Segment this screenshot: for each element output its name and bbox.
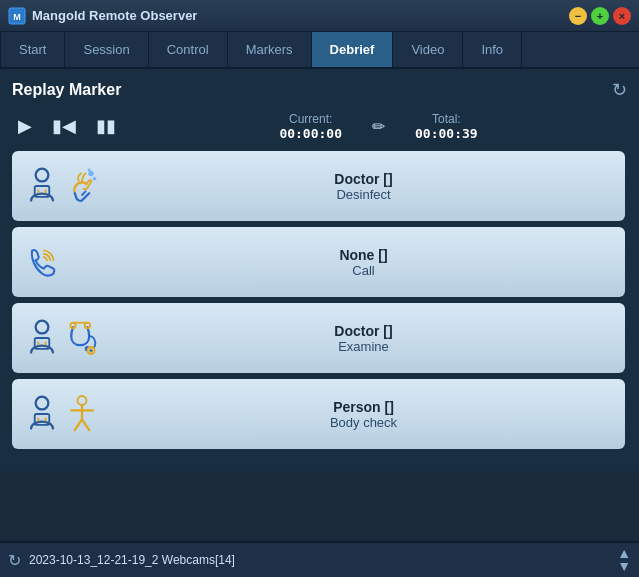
marker-label: Person [] bbox=[114, 399, 613, 415]
marker-label: None [] bbox=[114, 247, 613, 263]
svg-point-8 bbox=[88, 168, 91, 171]
marker-list[interactable]: Doctor []Desinfect None []Call Doctor []… bbox=[12, 151, 627, 461]
current-label: Current: bbox=[289, 112, 332, 126]
play-button[interactable]: ▶ bbox=[12, 111, 38, 141]
marker-item[interactable]: Person []Body check bbox=[12, 379, 625, 449]
time-display: Current: 00:00:00 ✏ Total: 00:00:39 bbox=[130, 112, 627, 141]
tab-start[interactable]: Start bbox=[0, 32, 65, 67]
svg-point-9 bbox=[36, 321, 49, 334]
pause-button[interactable]: ▮▮ bbox=[90, 111, 122, 141]
current-time-group: Current: 00:00:00 bbox=[279, 112, 342, 141]
current-time: 00:00:00 bbox=[279, 126, 342, 141]
skip-back-button[interactable]: ▮◀ bbox=[46, 111, 82, 141]
marker-icons bbox=[24, 166, 104, 206]
marker-sublabel: Desinfect bbox=[114, 187, 613, 202]
tab-control[interactable]: Control bbox=[149, 32, 228, 67]
svg-point-2 bbox=[36, 169, 49, 182]
svg-point-24 bbox=[78, 396, 87, 405]
edit-button[interactable]: ✏ bbox=[372, 117, 385, 136]
marker-list-container: Doctor []Desinfect None []Call Doctor []… bbox=[12, 151, 627, 461]
marker-text: Person []Body check bbox=[114, 399, 613, 430]
marker-text: None []Call bbox=[114, 247, 613, 278]
status-refresh-icon[interactable]: ↻ bbox=[8, 551, 21, 570]
tab-bar: StartSessionControlMarkersDebriefVideoIn… bbox=[0, 32, 639, 69]
refresh-button[interactable]: ↻ bbox=[612, 79, 627, 101]
marker-text: Doctor []Desinfect bbox=[114, 171, 613, 202]
section-title: Replay Marker bbox=[12, 81, 121, 99]
main-content: Replay Marker ↻ ▶ ▮◀ ▮▮ Current: 00:00:0… bbox=[0, 69, 639, 471]
svg-line-28 bbox=[82, 419, 89, 430]
tab-session[interactable]: Session bbox=[65, 32, 148, 67]
marker-sublabel: Examine bbox=[114, 339, 613, 354]
marker-icons bbox=[24, 318, 104, 358]
marker-label: Doctor [] bbox=[114, 171, 613, 187]
section-header: Replay Marker ↻ bbox=[12, 79, 627, 101]
close-button[interactable]: × bbox=[613, 7, 631, 25]
status-filename: 2023-10-13_12-21-19_2 Webcams[14] bbox=[29, 553, 609, 567]
status-bar: ↻ 2023-10-13_12-21-19_2 Webcams[14] ▲ ▼ bbox=[0, 541, 639, 577]
marker-item[interactable]: Doctor []Desinfect bbox=[12, 151, 625, 221]
tab-debrief[interactable]: Debrief bbox=[312, 32, 394, 67]
marker-sublabel: Body check bbox=[114, 415, 613, 430]
app-title: Mangold Remote Observer bbox=[32, 8, 569, 23]
svg-point-6 bbox=[88, 171, 93, 176]
svg-point-20 bbox=[36, 397, 49, 410]
tab-info[interactable]: Info bbox=[463, 32, 522, 67]
title-bar: M Mangold Remote Observer − + × bbox=[0, 0, 639, 32]
marker-label: Doctor [] bbox=[114, 323, 613, 339]
status-arrows[interactable]: ▲ ▼ bbox=[617, 547, 631, 572]
svg-point-7 bbox=[93, 177, 97, 181]
marker-sublabel: Call bbox=[114, 263, 613, 278]
marker-icons bbox=[24, 394, 104, 434]
transport-bar: ▶ ▮◀ ▮▮ Current: 00:00:00 ✏ Total: 00:00… bbox=[12, 111, 627, 141]
svg-line-27 bbox=[75, 419, 82, 430]
maximize-button[interactable]: + bbox=[591, 7, 609, 25]
tab-markers[interactable]: Markers bbox=[228, 32, 312, 67]
svg-text:M: M bbox=[13, 12, 21, 22]
marker-item[interactable]: None []Call bbox=[12, 227, 625, 297]
window-controls: − + × bbox=[569, 7, 631, 25]
total-time-group: Total: 00:00:39 bbox=[415, 112, 478, 141]
marker-icons bbox=[24, 242, 104, 282]
tab-video[interactable]: Video bbox=[393, 32, 463, 67]
total-label: Total: bbox=[432, 112, 461, 126]
minimize-button[interactable]: − bbox=[569, 7, 587, 25]
total-time: 00:00:39 bbox=[415, 126, 478, 141]
marker-item[interactable]: Doctor []Examine bbox=[12, 303, 625, 373]
marker-text: Doctor []Examine bbox=[114, 323, 613, 354]
app-icon: M bbox=[8, 7, 26, 25]
